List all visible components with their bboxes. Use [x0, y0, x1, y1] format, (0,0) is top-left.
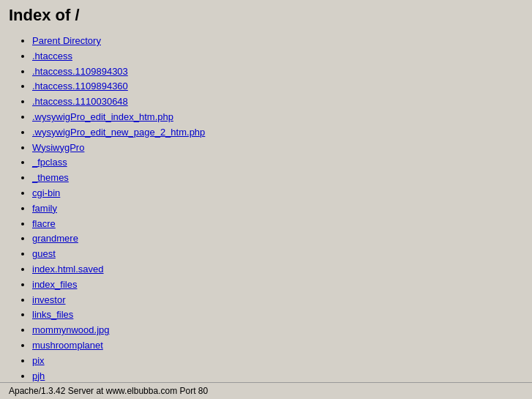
list-item: .htaccess.1110030648: [32, 94, 523, 110]
file-link[interactable]: Parent Directory: [32, 35, 101, 46]
file-link[interactable]: .htaccess: [32, 51, 72, 61]
list-item: grandmere: [32, 231, 523, 247]
list-item: _fpclass: [32, 155, 523, 171]
list-item: flacre: [32, 217, 523, 232]
server-footer: Apache/1.3.42 Server at www.elbubba.com …: [0, 382, 532, 399]
list-item: mommynwood.jpg: [32, 323, 523, 338]
file-link[interactable]: .wysywigPro_edit_index_htm.php: [32, 111, 173, 122]
list-item: Parent Directory: [32, 34, 523, 49]
list-item: _themes: [32, 171, 523, 186]
list-item: pix: [32, 354, 523, 369]
file-link[interactable]: .htaccess.1109894360: [32, 81, 128, 92]
page-title: Index of /: [9, 6, 523, 25]
list-item: WysiwygPro: [32, 141, 523, 156]
file-link[interactable]: mushroomplanet: [32, 340, 103, 351]
file-link[interactable]: grandmere: [32, 233, 78, 244]
file-link[interactable]: .wysywigPro_edit_new_page_2_htm.php: [32, 127, 205, 138]
list-item: .htaccess.1109894360: [32, 79, 523, 94]
file-link[interactable]: pix: [32, 355, 45, 366]
file-link[interactable]: guest: [32, 248, 56, 259]
file-link[interactable]: .htaccess.1110030648: [32, 96, 128, 107]
file-link[interactable]: flacre: [32, 218, 56, 229]
file-link[interactable]: investor: [32, 294, 66, 305]
list-item: investor: [32, 293, 523, 308]
file-link[interactable]: mommynwood.jpg: [32, 324, 110, 335]
list-item: .htaccess: [32, 49, 523, 64]
list-item: index_files: [32, 277, 523, 293]
file-link[interactable]: index_files: [32, 279, 77, 290]
file-link[interactable]: WysiwygPro: [32, 142, 84, 153]
list-item: family: [32, 201, 523, 217]
file-link[interactable]: family: [32, 203, 57, 214]
file-link[interactable]: _themes: [32, 172, 69, 183]
file-link[interactable]: pjh: [32, 370, 45, 381]
file-list: Parent Directory.htaccess.htaccess.11098…: [9, 34, 523, 399]
list-item: mushroomplanet: [32, 338, 523, 354]
file-link[interactable]: links_files: [32, 309, 73, 320]
list-item: index.html.saved: [32, 262, 523, 277]
file-link[interactable]: .htaccess.1109894303: [32, 66, 128, 77]
list-item: .wysywigPro_edit_new_page_2_htm.php: [32, 125, 523, 141]
file-link[interactable]: index.html.saved: [32, 264, 104, 275]
file-link[interactable]: cgi-bin: [32, 187, 60, 198]
list-item: cgi-bin: [32, 186, 523, 201]
list-item: .htaccess.1109894303: [32, 64, 523, 80]
list-item: links_files: [32, 307, 523, 323]
list-item: guest: [32, 247, 523, 262]
list-item: .wysywigPro_edit_index_htm.php: [32, 110, 523, 125]
file-link[interactable]: _fpclass: [32, 157, 67, 168]
